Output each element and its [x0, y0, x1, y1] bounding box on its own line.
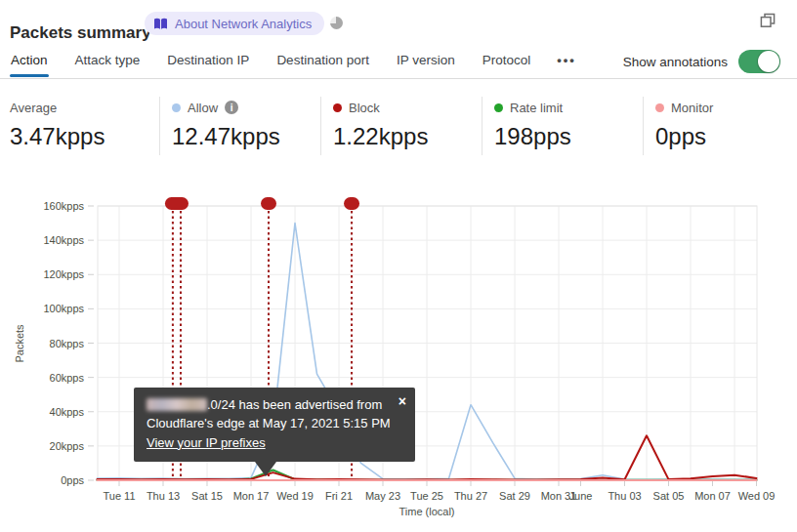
- show-annotations-control: Show annotations: [623, 50, 780, 73]
- x-axis-tick-label: Tue 25: [410, 490, 443, 502]
- tab-ip-version[interactable]: IP version: [396, 53, 456, 77]
- badge-label: About Network Analytics: [175, 17, 312, 31]
- x-axis-tick-label: Thu 03: [608, 490, 641, 502]
- tab-destination-port[interactable]: Destination port: [275, 53, 370, 77]
- stat-label: Average: [10, 101, 57, 115]
- y-axis-tick-label: 160kpps: [43, 200, 84, 212]
- redacted-ip-prefix: [147, 398, 207, 411]
- annotation-dot[interactable]: [261, 197, 276, 210]
- stat-label-row: Rate limit: [494, 99, 643, 116]
- x-axis-tick-label: Sat 29: [499, 490, 530, 502]
- tabs-more-button[interactable]: •••: [557, 53, 576, 77]
- x-axis-tick-label: Wed 09: [738, 490, 776, 502]
- x-axis-tick-label: Sat 05: [653, 490, 685, 502]
- annotation-dot[interactable]: [165, 197, 189, 210]
- annotation-tooltip: × .0/24 has been advertised from Cloudfl…: [134, 388, 415, 462]
- tabs-divider: [0, 78, 797, 79]
- restore-window-icon[interactable]: [759, 12, 776, 33]
- y-axis-tick-label: 40kpps: [50, 406, 85, 418]
- stat-value: 0pps: [655, 123, 797, 150]
- pie-loading-icon: [330, 17, 343, 29]
- stat-label: Allow: [188, 101, 218, 115]
- x-axis-tick-label: May 23: [365, 490, 400, 502]
- legend-dot-icon: [655, 103, 664, 112]
- legend-dot-icon: [172, 103, 181, 112]
- info-icon[interactable]: i: [225, 101, 238, 114]
- y-axis-tick-label: 60kpps: [50, 372, 85, 384]
- view-ip-prefixes-link[interactable]: View your IP prefixes: [147, 434, 266, 453]
- stat-label: Rate limit: [510, 101, 563, 115]
- stat-label-row: Allowi: [172, 99, 320, 116]
- tab-attack-type[interactable]: Attack type: [74, 53, 142, 77]
- x-axis-tick-label: Thu 27: [454, 490, 487, 502]
- x-axis-tick-label: Wed 19: [276, 490, 314, 502]
- stat-monitor: Monitor0pps: [643, 97, 797, 155]
- show-annotations-toggle[interactable]: [738, 50, 780, 73]
- x-axis-tick-label: Thu 13: [147, 490, 180, 502]
- x-axis-tick-label: Mon 17: [233, 490, 270, 502]
- stat-value: 12.47kpps: [172, 123, 320, 150]
- stat-label-row: Monitor: [655, 99, 797, 116]
- y-axis-tick-label: 100kpps: [43, 303, 84, 314]
- annotation-dot[interactable]: [344, 197, 359, 210]
- tab-protocol[interactable]: Protocol: [482, 53, 532, 77]
- stat-label: Monitor: [671, 101, 713, 115]
- legend-dot-icon: [333, 103, 342, 112]
- y-axis-tick-label: 120kpps: [43, 268, 84, 280]
- stat-allow: Allowi12.47kpps: [159, 97, 320, 155]
- stat-value: 198pps: [494, 123, 643, 150]
- legend-dot-icon: [494, 103, 503, 112]
- close-icon[interactable]: ×: [398, 391, 406, 411]
- x-axis-tick-label: June: [569, 490, 593, 502]
- stat-average: Average3.47kpps: [0, 97, 159, 155]
- page-title: Packets summary: [10, 23, 151, 43]
- stat-value: 3.47kpps: [10, 123, 159, 150]
- tooltip-text: .0/24 has been advertised from Cloudflar…: [147, 396, 392, 433]
- tab-destination-ip[interactable]: Destination IP: [166, 53, 250, 77]
- y-axis-title: Packets: [14, 324, 25, 363]
- show-annotations-label: Show annotations: [623, 55, 728, 69]
- stat-block: Block1.22kpps: [320, 97, 482, 155]
- x-axis-title: Time (local): [398, 506, 454, 517]
- y-axis-tick-label: 0pps: [61, 474, 84, 486]
- toggle-knob: [758, 51, 779, 72]
- stat-label-row: Average: [10, 99, 159, 116]
- summary-tabs: ActionAttack typeDestination IPDestinati…: [10, 53, 576, 77]
- book-icon: [153, 18, 168, 30]
- stat-label-row: Block: [333, 99, 482, 116]
- tab-action[interactable]: Action: [10, 53, 49, 77]
- x-axis-tick-label: Sat 15: [191, 490, 223, 502]
- x-axis-tick-label: Mon 07: [694, 490, 731, 502]
- stat-label: Block: [349, 101, 380, 115]
- y-axis-tick-label: 20kpps: [50, 440, 85, 452]
- about-network-analytics-badge[interactable]: About Network Analytics: [145, 12, 324, 35]
- x-axis-tick-label: Tue 11: [103, 490, 135, 502]
- stat-rate-limit: Rate limit198pps: [482, 97, 643, 155]
- y-axis-tick-label: 140kpps: [43, 234, 84, 246]
- stat-value: 1.22kpps: [333, 123, 482, 150]
- x-axis-tick-label: Fri 21: [325, 490, 353, 502]
- stats-row: Average3.47kppsAllowi12.47kppsBlock1.22k…: [0, 97, 797, 155]
- y-axis-tick-label: 80kpps: [50, 338, 85, 349]
